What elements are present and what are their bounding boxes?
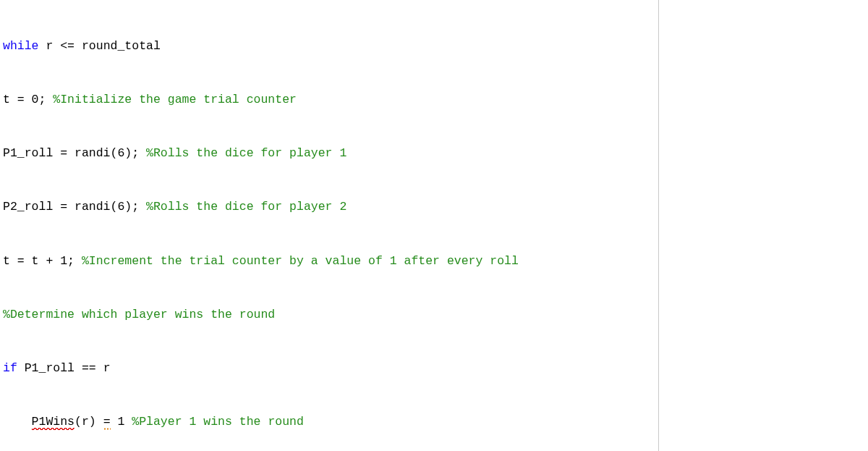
code-line: t = t + 1; %Increment the trial counter … [3,253,865,271]
code-line: %Determine which player wins the round [3,306,865,324]
lint-warning-underline: = [103,415,111,430]
print-margin-rule [658,0,659,451]
keyword-if: if [3,361,17,375]
code-line: P1_roll = randi(6); %Rolls the dice for … [3,145,865,163]
code-line: t = 0; %Initialize the game trial counte… [3,91,865,109]
keyword-while: while [3,39,39,53]
comment: %Rolls the dice for player 1 [146,146,346,160]
code-line: while r <= round_total [3,38,865,56]
code-editor-view: while r <= round_total t = 0; %Initializ… [0,0,868,451]
comment: %Initialize the game trial counter [53,93,297,106]
code-line: P2_roll = randi(6); %Rolls the dice for … [3,198,865,216]
comment: %Player 1 wins the round [132,415,304,429]
comment: %Increment the trial counter by a value … [82,254,519,268]
code-line: P1Wins(r) = 1 %Player 1 wins the round [3,413,865,431]
comment: %Determine which player wins the round [3,308,275,321]
lint-error-underline: P1Wins [32,415,75,430]
comment: %Rolls the dice for player 2 [146,200,346,214]
code-line: if P1_roll == r [3,360,865,378]
